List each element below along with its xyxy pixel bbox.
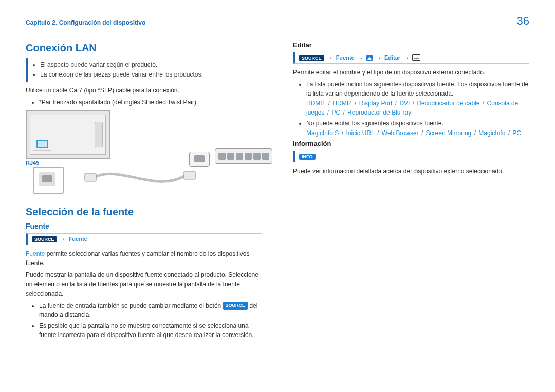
fuente-keyword: Fuente xyxy=(26,250,45,257)
fuente-li-1a: La fuente de entrada también se puede ca… xyxy=(39,302,223,309)
device-vent xyxy=(33,118,51,151)
rj45-label: RJ45 xyxy=(26,160,39,166)
dev-pc2: PC xyxy=(512,129,521,137)
source-pill: SOURCE xyxy=(32,236,57,242)
editar-li-2: No puede editar los siguientes dispositi… xyxy=(306,119,529,138)
dev-webbrowser: Web Browser xyxy=(382,129,419,137)
chapter-label: Capítulo 2. Configuración del dispositiv… xyxy=(26,19,145,26)
lan-note-1: El aspecto puede variar según el product… xyxy=(40,60,258,70)
fuente-para-1: Fuente permite seleccionar varias fuente… xyxy=(26,249,262,268)
editar-li-1-text: La lista puede incluir los siguientes di… xyxy=(306,81,528,98)
dev-decod: Decodificador de cable xyxy=(417,100,479,107)
arrow-icon: → xyxy=(358,54,363,61)
nav-editar: Editar xyxy=(384,54,400,61)
router-port xyxy=(262,153,269,160)
router-port xyxy=(227,153,234,160)
dev-pc: PC xyxy=(331,109,340,116)
router-port xyxy=(236,153,243,160)
dev-magicinfos: MagicInfo S xyxy=(306,129,339,137)
heading-conexion-lan: Conexión LAN xyxy=(26,42,262,54)
switch-small-icon xyxy=(189,152,210,167)
rj45-port-callout xyxy=(33,167,64,194)
subheading-fuente: Fuente xyxy=(26,222,262,230)
arrow-icon: → xyxy=(327,54,333,61)
router-icon xyxy=(215,148,272,164)
editar-device-list-2: MagicInfo S / Inicio URL / Web Browser /… xyxy=(306,129,521,137)
enter-icon xyxy=(412,54,420,61)
dev-hdmi1: HDMI1 xyxy=(306,100,325,107)
editar-device-list-1: HDMI1 / HDMI2 / Display Port / DVI / Dec… xyxy=(306,100,518,117)
up-arrow-icon xyxy=(366,55,373,61)
source-pill-inline: SOURCE xyxy=(223,302,248,310)
editar-para: Permite editar el nombre y el tipo de un… xyxy=(293,68,529,78)
info-para: Puede ver información detallada acerca d… xyxy=(293,166,529,176)
dev-magicinfo: MagicInfo xyxy=(478,129,505,137)
fuente-li-1: La fuente de entrada también se puede ca… xyxy=(39,301,262,320)
source-pill: SOURCE xyxy=(299,55,324,61)
nav-fuente: Fuente xyxy=(69,236,87,242)
dev-hdmi2: HDMI2 xyxy=(332,100,351,107)
info-pill: INFO xyxy=(299,154,316,160)
rj45-port-icon xyxy=(39,172,55,186)
heading-seleccion-fuente: Selección de la fuente xyxy=(26,206,262,218)
arrow-icon: → xyxy=(376,54,381,61)
svg-rect-0 xyxy=(85,173,96,181)
dev-bluray: Reproductor de Blu-ray xyxy=(347,109,411,116)
nav-fuente: Fuente xyxy=(336,54,355,61)
editar-li-1: La lista puede incluir los siguientes di… xyxy=(306,80,529,118)
subheading-informacion: Información xyxy=(293,140,529,147)
fuente-nav-box: SOURCE → Fuente xyxy=(26,233,262,245)
router-port xyxy=(253,153,261,160)
device-side-bar xyxy=(95,122,103,147)
fuente-para-1b: permite seleccionar varias fuentes y cam… xyxy=(26,250,250,267)
lan-footnote: *Par trenzado apantallado (del inglés Sh… xyxy=(39,98,262,107)
fuente-li-2: Es posible que la pantalla no se muestre… xyxy=(39,321,262,340)
subheading-editar: Editar xyxy=(293,41,529,49)
lan-note-2: La conexión de las piezas puede variar e… xyxy=(40,70,258,80)
dev-iniciourl: Inicio URL xyxy=(346,129,374,137)
router-port xyxy=(218,153,226,160)
fuente-para-2: Puede mostrar la pantalla de un disposit… xyxy=(26,270,262,299)
editar-li-2-text: No puede editar los siguientes dispositi… xyxy=(306,120,443,127)
arrow-icon: → xyxy=(403,54,409,61)
dev-displayport: Display Port xyxy=(359,100,393,107)
ethernet-cable xyxy=(82,158,200,194)
info-nav-box: INFO xyxy=(293,151,529,162)
editar-nav-box: SOURCE → Fuente → → Editar → xyxy=(293,52,529,64)
dev-screenmirroring: Screen Mirroring xyxy=(426,129,472,137)
arrow-icon: → xyxy=(60,236,66,242)
lan-instruction: Utilice un cable Cat7 (tipo *STP) cable … xyxy=(26,86,262,96)
svg-rect-1 xyxy=(184,171,195,179)
lan-diagram: RJ45 xyxy=(26,110,272,198)
device-rear-panel xyxy=(26,110,110,159)
lan-note-box: El aspecto puede variar según el product… xyxy=(26,58,262,82)
router-port xyxy=(245,153,252,160)
page-number: 36 xyxy=(517,14,529,28)
dev-dvi: DVI xyxy=(399,100,410,107)
